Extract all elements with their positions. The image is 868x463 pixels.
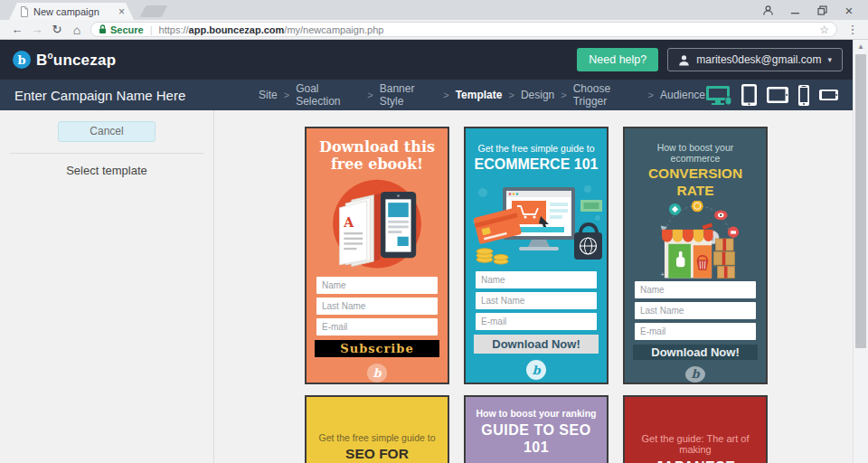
- template-card-guide-to-seo-101[interactable]: How to boost your ranking GUIDE TO SEO 1…: [464, 395, 609, 463]
- name-field[interactable]: [316, 277, 438, 294]
- template-card-ecommerce-101[interactable]: Get the free simple guide to ECOMMERCE 1…: [464, 127, 609, 384]
- page-favicon-icon: [20, 6, 29, 17]
- template-subtitle: Get the guide: The art of making: [625, 397, 766, 455]
- step-template[interactable]: Template: [456, 89, 503, 101]
- crumb-separator: >: [648, 90, 654, 100]
- lead-form: [625, 281, 766, 344]
- crumb-separator: >: [284, 90, 289, 100]
- address-bar[interactable]: Secure | https://app.bouncezap.com/my/ne…: [90, 22, 837, 37]
- browser-tab[interactable]: New campaign ×: [9, 3, 134, 20]
- secure-badge[interactable]: Secure: [99, 24, 144, 35]
- template-title: Download this free ebook!: [307, 128, 448, 173]
- step-site[interactable]: Site: [259, 89, 278, 101]
- subscribe-button[interactable]: Subscribe: [315, 340, 439, 358]
- template-title: ECOMMERCE 101: [467, 156, 606, 173]
- close-window-button[interactable]: ×: [835, 0, 863, 20]
- email-field[interactable]: [635, 323, 756, 340]
- home-icon[interactable]: ⌂: [67, 24, 87, 36]
- step-banner-style[interactable]: Banner Style: [380, 82, 438, 108]
- secure-label: Secure: [110, 24, 144, 35]
- need-help-button[interactable]: Need help?: [577, 48, 658, 71]
- step-design[interactable]: Design: [521, 89, 554, 101]
- bouncezap-logo-icon: b: [13, 51, 31, 69]
- chevron-down-icon: ▾: [827, 55, 832, 64]
- profile-icon[interactable]: [754, 0, 781, 20]
- scrollbar-thumb[interactable]: [855, 54, 866, 348]
- brand-name: Bouncezap: [36, 51, 116, 70]
- tab-close-icon[interactable]: ×: [118, 6, 125, 17]
- bouncezap-watermark-icon: b: [685, 366, 705, 383]
- svg-text:A: A: [343, 216, 354, 231]
- template-title: CONVERSION RATE: [625, 165, 766, 199]
- template-subtitle: Get the free simple guide to: [312, 397, 443, 443]
- conversion-rate-illustration: $: [627, 201, 763, 278]
- last-name-field[interactable]: [635, 302, 756, 319]
- reload-icon[interactable]: ↻: [47, 24, 67, 35]
- select-template-label: Select template: [0, 164, 213, 177]
- template-card-seo-for-beginners[interactable]: Get the free simple guide to SEO FOR BEG…: [305, 395, 449, 463]
- svg-text:+: +: [661, 270, 665, 278]
- user-icon: [678, 54, 690, 66]
- email-field[interactable]: [316, 318, 438, 335]
- phone-portrait-preview-icon[interactable]: [797, 84, 810, 107]
- page-content: Cancel Select template Download this fre…: [0, 110, 868, 463]
- tablet-landscape-preview-icon[interactable]: [766, 86, 789, 104]
- scroll-up-icon[interactable]: ▲: [854, 40, 868, 51]
- browser-toolbar: ← → ↻ ⌂ Secure | https://app.bouncezap.c…: [0, 20, 868, 40]
- back-icon[interactable]: ←: [7, 24, 27, 35]
- template-card-japanese-dishes[interactable]: Get the guide: The art of making JAPANES…: [623, 395, 768, 463]
- template-card-free-ebook[interactable]: Download this free ebook! A: [305, 127, 449, 384]
- campaign-name-field[interactable]: Enter Campaign Name Here: [14, 88, 259, 103]
- url-text[interactable]: https://app.bouncezap.com/my/newcampaign…: [159, 24, 384, 35]
- sidebar: Cancel Select template: [0, 110, 214, 463]
- template-card-conversion-rate[interactable]: How to boost your ecommerce CONVERSION R…: [623, 127, 768, 384]
- minimize-button[interactable]: [781, 0, 808, 20]
- new-tab-button[interactable]: [140, 5, 168, 17]
- url-divider: |: [150, 24, 153, 35]
- template-title: SEO FOR BEGINNERS: [307, 446, 448, 463]
- tablet-portrait-preview-icon[interactable]: [741, 83, 758, 107]
- crumb-separator: >: [443, 90, 448, 100]
- name-field[interactable]: [635, 281, 756, 298]
- ecommerce-illustration: [468, 178, 604, 265]
- template-subtitle: Get the free simple guide to: [471, 128, 602, 154]
- template-title: GUIDE TO SEO 101: [466, 421, 607, 456]
- template-gallery: Download this free ebook! A: [215, 110, 868, 463]
- sidebar-divider: [10, 153, 204, 154]
- bouncezap-watermark-icon: b: [526, 360, 546, 380]
- template-title: JAPANESE DISHES: [625, 458, 766, 463]
- template-subtitle: How to boost your ecommerce: [625, 128, 766, 164]
- step-choose-trigger[interactable]: Choose Trigger: [573, 82, 642, 108]
- download-now-button[interactable]: Download Now!: [633, 345, 758, 360]
- app-header: b Bouncezap Need help? marites0desk@gmai…: [0, 40, 868, 80]
- bouncezap-watermark-icon: b: [367, 364, 387, 383]
- wizard-bar: Enter Campaign Name Here Site > Goal Sel…: [0, 80, 868, 110]
- step-audience[interactable]: Audience: [660, 89, 705, 101]
- cancel-button[interactable]: Cancel: [58, 121, 156, 142]
- phone-landscape-preview-icon[interactable]: [818, 89, 839, 101]
- user-menu[interactable]: marites0desk@gmail.com ▾: [667, 48, 843, 71]
- page-scrollbar[interactable]: ▲: [853, 40, 868, 463]
- step-goal-selection[interactable]: Goal Selection: [296, 82, 361, 108]
- desktop-preview-icon[interactable]: [705, 84, 732, 106]
- breadcrumb: Site > Goal Selection > Banner Style > T…: [259, 82, 705, 108]
- padlock-icon: [99, 24, 107, 34]
- bookmark-star-icon[interactable]: ☆: [819, 24, 829, 36]
- tab-title: New campaign: [33, 6, 118, 17]
- chrome-menu-icon[interactable]: ⋮: [844, 23, 861, 36]
- restore-button[interactable]: [808, 0, 835, 20]
- bouncezap-logo[interactable]: b Bouncezap: [13, 51, 116, 70]
- download-now-button[interactable]: Download Now!: [474, 335, 599, 354]
- lead-form: [307, 277, 448, 339]
- name-field[interactable]: [476, 271, 597, 288]
- last-name-field[interactable]: [316, 298, 438, 315]
- template-subtitle: How to boost your ranking: [469, 397, 604, 419]
- last-name-field[interactable]: [476, 292, 597, 309]
- lead-form: [466, 271, 607, 334]
- tab-strip: New campaign × ×: [0, 0, 868, 20]
- forward-icon[interactable]: →: [27, 24, 47, 35]
- crumb-separator: >: [508, 90, 514, 100]
- device-preview-switcher: [705, 83, 854, 107]
- email-field[interactable]: [476, 313, 597, 330]
- browser-window: New campaign × × ← → ↻ ⌂ Secure | https:…: [0, 0, 868, 463]
